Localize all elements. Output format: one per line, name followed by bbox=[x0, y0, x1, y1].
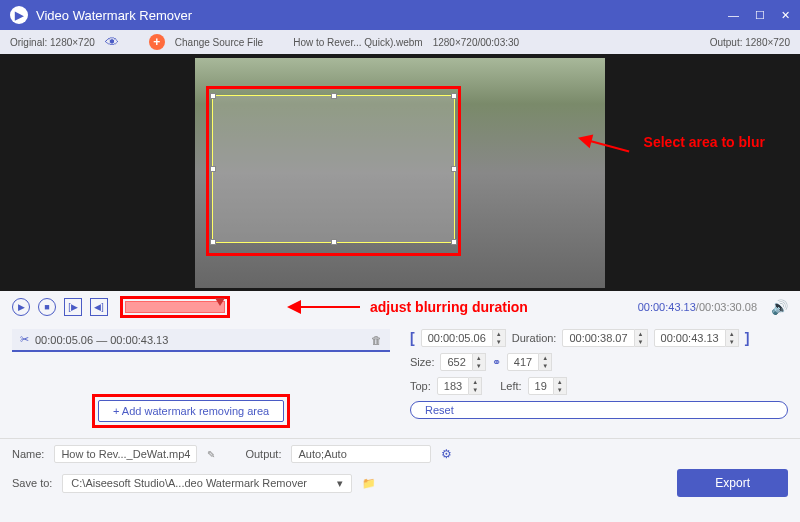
minimize-button[interactable]: — bbox=[728, 9, 739, 22]
change-source-button[interactable]: Change Source File bbox=[175, 37, 263, 48]
resize-handle[interactable] bbox=[331, 239, 337, 245]
add-watermark-area-button[interactable]: + Add watermark removing area bbox=[98, 400, 284, 422]
stepper-down[interactable]: ▼ bbox=[539, 362, 551, 370]
top-input[interactable]: 183 bbox=[437, 377, 469, 395]
info-bar: Original: 1280×720 👁 + Change Source Fil… bbox=[0, 30, 800, 54]
time-range-item[interactable]: ✂ 00:00:05.06 — 00:00:43.13 🗑 bbox=[12, 329, 390, 352]
export-button[interactable]: Export bbox=[677, 469, 788, 497]
stepper-up[interactable]: ▲ bbox=[554, 378, 566, 386]
stepper-up[interactable]: ▲ bbox=[469, 378, 481, 386]
link-aspect-icon[interactable]: ⚭ bbox=[492, 356, 501, 369]
output-label: Output: bbox=[245, 448, 281, 460]
annotation-text: Select area to blur bbox=[644, 134, 765, 150]
annotation-box-add: + Add watermark removing area bbox=[92, 394, 290, 428]
blur-selection-area[interactable] bbox=[212, 95, 455, 243]
name-label: Name: bbox=[12, 448, 44, 460]
file-info: 1280×720/00:03:30 bbox=[433, 37, 519, 48]
annotation-text: adjust blurring duration bbox=[370, 299, 528, 315]
stepper-down[interactable]: ▼ bbox=[473, 362, 485, 370]
stepper-up[interactable]: ▲ bbox=[539, 354, 551, 362]
resize-handle[interactable] bbox=[210, 93, 216, 99]
play-button[interactable]: ▶ bbox=[12, 298, 30, 316]
titlebar: ▶ Video Watermark Remover — ☐ ✕ bbox=[0, 0, 800, 30]
stepper-up[interactable]: ▲ bbox=[473, 354, 485, 362]
resize-handle[interactable] bbox=[210, 166, 216, 172]
delete-range-icon[interactable]: 🗑 bbox=[371, 334, 382, 346]
video-frame[interactable] bbox=[195, 58, 605, 288]
playback-controls: ▶ ■ [▶ ◀] adjust blurring duration 00:00… bbox=[0, 291, 800, 323]
edit-name-icon[interactable]: ✎ bbox=[207, 449, 215, 460]
left-input[interactable]: 19 bbox=[528, 377, 554, 395]
stepper-down[interactable]: ▼ bbox=[726, 338, 738, 346]
mark-out-button[interactable]: ◀] bbox=[90, 298, 108, 316]
bottom-bar: Name: How to Rev..._DeWat.mp4 ✎ Output: … bbox=[0, 438, 800, 509]
add-file-icon[interactable]: + bbox=[149, 34, 165, 50]
resize-handle[interactable] bbox=[451, 93, 457, 99]
stepper-up[interactable]: ▲ bbox=[726, 330, 738, 338]
app-logo: ▶ bbox=[10, 6, 28, 24]
resize-handle[interactable] bbox=[451, 239, 457, 245]
save-path-dropdown[interactable]: C:\Aiseesoft Studio\A...deo Watermark Re… bbox=[62, 474, 352, 493]
stepper-up[interactable]: ▲ bbox=[635, 330, 647, 338]
range-text: 00:00:05.06 — 00:00:43.13 bbox=[35, 334, 168, 346]
close-button[interactable]: ✕ bbox=[781, 9, 790, 22]
stepper-down[interactable]: ▼ bbox=[469, 386, 481, 394]
size-label: Size: bbox=[410, 356, 434, 368]
mark-in-button[interactable]: [▶ bbox=[64, 298, 82, 316]
total-time: /00:03:30.08 bbox=[696, 301, 757, 313]
original-resolution: Original: 1280×720 bbox=[10, 37, 95, 48]
resize-handle[interactable] bbox=[331, 93, 337, 99]
stepper-down[interactable]: ▼ bbox=[635, 338, 647, 346]
stop-button[interactable]: ■ bbox=[38, 298, 56, 316]
video-preview: Select area to blur bbox=[0, 54, 800, 291]
output-resolution: Output: 1280×720 bbox=[710, 37, 790, 48]
timeline-segment[interactable] bbox=[125, 301, 225, 313]
annotation-arrow bbox=[290, 306, 360, 308]
reset-button[interactable]: Reset bbox=[410, 401, 788, 419]
left-label: Left: bbox=[500, 380, 521, 392]
resize-handle[interactable] bbox=[210, 239, 216, 245]
app-title: Video Watermark Remover bbox=[36, 8, 728, 23]
maximize-button[interactable]: ☐ bbox=[755, 9, 765, 22]
open-folder-icon[interactable]: 📁 bbox=[362, 477, 376, 490]
start-time-input[interactable]: 00:00:05.06 bbox=[421, 329, 493, 347]
duration-label: Duration: bbox=[512, 332, 557, 344]
height-input[interactable]: 417 bbox=[507, 353, 539, 371]
bracket-end-icon[interactable]: ] bbox=[745, 330, 750, 346]
preview-toggle-icon[interactable]: 👁 bbox=[105, 34, 119, 50]
duration-input[interactable]: 00:00:38.07 bbox=[562, 329, 634, 347]
output-settings-icon[interactable]: ⚙ bbox=[441, 447, 452, 461]
end-time-input[interactable]: 00:00:43.13 bbox=[654, 329, 726, 347]
save-to-label: Save to: bbox=[12, 477, 52, 489]
filename-label: How to Rever... Quick).webm bbox=[293, 37, 422, 48]
stepper-down[interactable]: ▼ bbox=[554, 386, 566, 394]
stepper-up[interactable]: ▲ bbox=[493, 330, 505, 338]
output-format-input[interactable]: Auto;Auto bbox=[291, 445, 431, 463]
width-input[interactable]: 652 bbox=[440, 353, 472, 371]
scissors-icon: ✂ bbox=[20, 333, 29, 346]
stepper-down[interactable]: ▼ bbox=[493, 338, 505, 346]
top-label: Top: bbox=[410, 380, 431, 392]
time-display: 00:00:43.13/00:03:30.08 bbox=[638, 301, 757, 313]
output-name-input[interactable]: How to Rev..._DeWat.mp4 bbox=[54, 445, 197, 463]
resize-handle[interactable] bbox=[451, 166, 457, 172]
annotation-box-timeline bbox=[120, 296, 230, 318]
current-time: 00:00:43.13 bbox=[638, 301, 696, 313]
volume-icon[interactable]: 🔊 bbox=[771, 299, 788, 315]
chevron-down-icon: ▾ bbox=[337, 477, 343, 490]
bracket-start-icon[interactable]: [ bbox=[410, 330, 415, 346]
